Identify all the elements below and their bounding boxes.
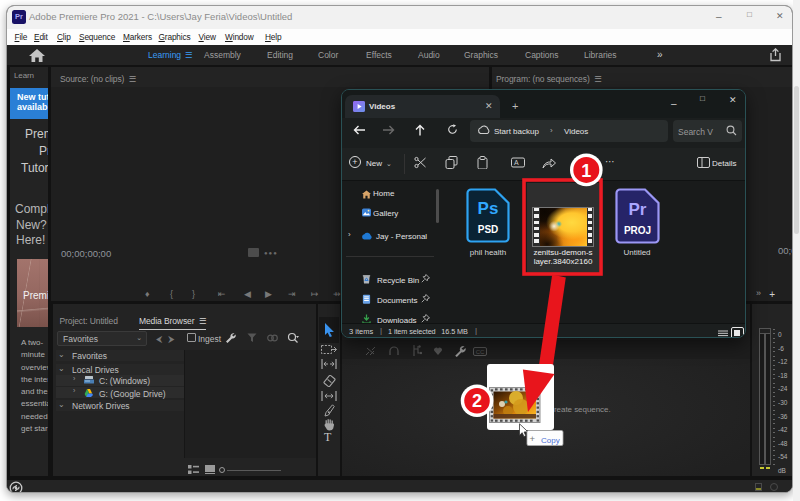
svg-text:Ps: Ps (478, 199, 499, 218)
svg-text:PSD: PSD (478, 224, 499, 235)
svg-text:PROJ: PROJ (624, 225, 651, 236)
svg-text:Pr: Pr (629, 200, 647, 219)
svg-text:A: A (514, 159, 519, 166)
